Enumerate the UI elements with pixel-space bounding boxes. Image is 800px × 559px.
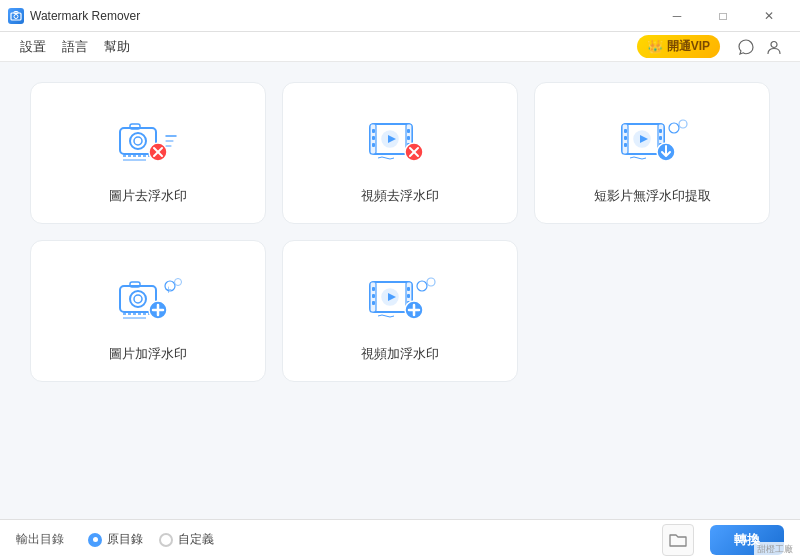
card-label-video-remove: 視頻去浮水印 (361, 187, 439, 205)
svg-point-46 (130, 291, 146, 307)
card-label-short-video: 短影片無浮水印提取 (594, 187, 711, 205)
output-options: 原目錄 自定義 (88, 531, 214, 548)
svg-rect-19 (372, 129, 375, 133)
menu-language[interactable]: 語言 (54, 34, 96, 60)
svg-point-6 (134, 137, 142, 145)
radio-label-custom: 自定義 (178, 531, 214, 548)
card-video-remove[interactable]: 視頻去浮水印 (282, 82, 518, 224)
svg-rect-34 (624, 136, 627, 140)
maximize-button[interactable]: □ (700, 0, 746, 32)
radio-custom-dir[interactable]: 自定義 (159, 531, 214, 548)
card-icon-short-video (607, 103, 697, 173)
card-image-add[interactable]: + 圖片加浮水印 (30, 240, 266, 382)
window-controls: ─ □ ✕ (654, 0, 792, 32)
menu-bar: 設置 語言 幫助 👑 開通VIP (0, 32, 800, 62)
radio-dot-original (88, 533, 102, 547)
svg-point-5 (130, 133, 146, 149)
svg-rect-33 (624, 129, 627, 133)
radio-original-dir[interactable]: 原目錄 (88, 531, 143, 548)
svg-rect-35 (624, 143, 627, 147)
close-button[interactable]: ✕ (746, 0, 792, 32)
card-icon-image-remove (103, 103, 193, 173)
svg-point-47 (134, 295, 142, 303)
svg-rect-20 (372, 136, 375, 140)
svg-point-1 (14, 14, 18, 18)
main-content: 圖片去浮水印 (0, 62, 800, 519)
card-label-image-remove: 圖片去浮水印 (109, 187, 187, 205)
card-icon-video-add (355, 261, 445, 331)
card-icon-image-add: + (103, 261, 193, 331)
svg-rect-22 (407, 129, 410, 133)
svg-rect-7 (130, 124, 140, 129)
svg-rect-36 (659, 129, 662, 133)
svg-rect-62 (372, 301, 375, 305)
output-dir-label: 輸出目錄 (16, 531, 64, 548)
svg-rect-60 (372, 287, 375, 291)
vip-button[interactable]: 👑 開通VIP (637, 35, 720, 58)
radio-label-original: 原目錄 (107, 531, 143, 548)
svg-rect-64 (407, 294, 410, 298)
app-icon (8, 8, 24, 24)
svg-rect-63 (407, 287, 410, 291)
card-empty (534, 240, 770, 382)
svg-point-56 (175, 279, 182, 286)
card-label-video-add: 視頻加浮水印 (361, 345, 439, 363)
folder-button[interactable] (662, 524, 694, 556)
menu-settings[interactable]: 設置 (12, 34, 54, 60)
message-icon-button[interactable] (732, 33, 760, 61)
svg-point-44 (679, 120, 687, 128)
menu-help[interactable]: 幫助 (96, 34, 138, 60)
card-video-add[interactable]: 視頻加浮水印 (282, 240, 518, 382)
cards-top-row: 圖片去浮水印 (30, 82, 770, 224)
svg-rect-21 (372, 143, 375, 147)
svg-text:+: + (165, 283, 172, 297)
user-icon-button[interactable] (760, 33, 788, 61)
card-label-image-add: 圖片加浮水印 (109, 345, 187, 363)
svg-rect-61 (372, 294, 375, 298)
card-image-remove[interactable]: 圖片去浮水印 (30, 82, 266, 224)
app-title: Watermark Remover (30, 9, 654, 23)
svg-rect-37 (659, 136, 662, 140)
title-bar: Watermark Remover ─ □ ✕ (0, 0, 800, 32)
card-short-video[interactable]: 短影片無浮水印提取 (534, 82, 770, 224)
svg-point-43 (669, 123, 679, 133)
svg-rect-23 (407, 136, 410, 140)
card-icon-video-remove (355, 103, 445, 173)
svg-point-3 (771, 41, 777, 47)
watermark-badge: 甜橙工廠 (754, 542, 796, 557)
minimize-button[interactable]: ─ (654, 0, 700, 32)
status-bar: 輸出目錄 原目錄 自定義 轉換 (0, 519, 800, 559)
radio-dot-custom (159, 533, 173, 547)
crown-icon: 👑 (647, 39, 663, 54)
svg-rect-48 (130, 282, 140, 287)
vip-label: 開通VIP (667, 38, 710, 55)
svg-point-72 (427, 278, 435, 286)
cards-bottom-row: + 圖片加浮水印 (30, 240, 770, 382)
svg-point-71 (417, 281, 427, 291)
